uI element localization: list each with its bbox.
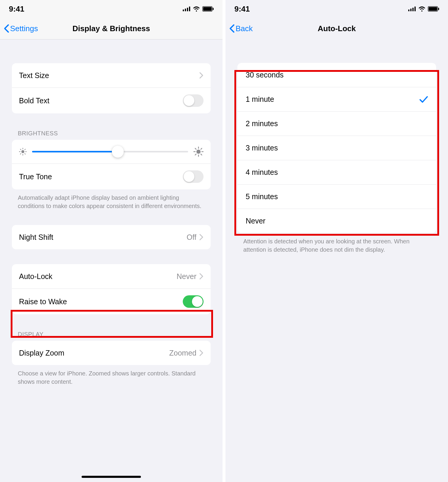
svg-line-14: [20, 153, 21, 154]
option-label: Never: [246, 217, 266, 225]
svg-line-12: [20, 149, 21, 150]
auto-lock-footer: Attention is detected when you are looki…: [243, 237, 430, 254]
svg-line-13: [25, 153, 25, 154]
display-header: DISPLAY: [18, 331, 205, 338]
svg-rect-28: [414, 7, 416, 11]
nav-back-label: Back: [236, 24, 253, 33]
option-label: 4 minutes: [246, 168, 278, 177]
status-indicators: [183, 6, 214, 12]
night-shift-value: Off: [187, 233, 196, 242]
nav-back-button[interactable]: Settings: [3, 18, 38, 39]
auto-lock-option[interactable]: 4 minutes: [237, 160, 436, 184]
nav-bar: Settings Display & Brightness: [0, 18, 223, 39]
display-zoom-footer: Choose a view for iPhone. Zoomed shows l…: [18, 369, 205, 386]
display-zoom-value: Zoomed: [169, 349, 196, 357]
nav-title: Auto-Lock: [318, 24, 356, 33]
brightness-slider-row: [12, 140, 211, 164]
option-label: 30 seconds: [246, 71, 284, 79]
content: 30 seconds1 minute2 minutes3 minutes4 mi…: [225, 63, 448, 266]
status-indicators: [408, 6, 439, 12]
text-size-label: Text Size: [19, 71, 199, 80]
svg-rect-5: [203, 7, 212, 11]
svg-rect-1: [185, 9, 186, 11]
battery-icon: [428, 6, 439, 12]
brightness-group: True Tone: [12, 140, 211, 189]
checkmark-icon: [420, 96, 428, 103]
svg-line-21: [195, 148, 196, 150]
auto-lock-option[interactable]: 2 minutes: [237, 111, 436, 136]
true-tone-toggle[interactable]: [183, 170, 204, 183]
nav-title: Display & Brightness: [72, 24, 150, 33]
home-indicator: [82, 476, 141, 478]
svg-line-24: [201, 148, 202, 150]
chevron-right-icon: [199, 273, 204, 280]
display-zoom-row[interactable]: Display Zoom Zoomed: [12, 341, 211, 365]
true-tone-row: True Tone: [12, 164, 211, 189]
battery-icon: [202, 6, 214, 12]
chevron-right-icon: [199, 234, 204, 240]
night-shift-group: Night Shift Off: [12, 225, 211, 249]
auto-lock-row[interactable]: Auto-Lock Never: [12, 264, 211, 288]
content: Text Size Bold Text BRIGHTNESS: [0, 63, 223, 398]
lock-group: Auto-Lock Never Raise to Wake: [12, 264, 211, 314]
true-tone-footer: Automatically adapt iPhone display based…: [18, 194, 205, 210]
nav-back-button[interactable]: Back: [228, 18, 253, 39]
text-group: Text Size Bold Text: [12, 63, 211, 113]
raise-to-wake-label: Raise to Wake: [19, 297, 183, 306]
svg-rect-27: [412, 8, 414, 11]
svg-point-7: [21, 150, 24, 153]
cellular-icon: [408, 7, 416, 11]
svg-rect-2: [187, 8, 188, 11]
svg-line-22: [201, 154, 202, 155]
text-size-row[interactable]: Text Size: [12, 63, 211, 88]
option-label: 1 minute: [246, 95, 274, 104]
true-tone-label: True Tone: [19, 172, 183, 181]
raise-to-wake-toggle[interactable]: [183, 295, 204, 308]
chevron-left-icon: [3, 24, 10, 33]
status-time: 9:41: [234, 4, 250, 14]
svg-rect-30: [429, 7, 437, 11]
auto-lock-option[interactable]: 5 minutes: [237, 184, 436, 209]
svg-line-23: [195, 154, 196, 155]
auto-lock-label: Auto-Lock: [19, 272, 177, 281]
phone-auto-lock: 9:41 Back Auto-Lock 30 seconds1 minute2 …: [225, 0, 448, 482]
svg-rect-3: [189, 7, 190, 11]
chevron-right-icon: [199, 72, 204, 79]
svg-rect-6: [213, 8, 214, 10]
svg-rect-26: [410, 9, 412, 11]
display-zoom-label: Display Zoom: [19, 349, 169, 357]
auto-lock-options-group: 30 seconds1 minute2 minutes3 minutes4 mi…: [237, 63, 436, 233]
auto-lock-option[interactable]: 1 minute: [237, 87, 436, 111]
auto-lock-option[interactable]: 3 minutes: [237, 136, 436, 160]
svg-rect-25: [408, 9, 409, 11]
night-shift-label: Night Shift: [19, 233, 187, 242]
sun-large-icon: [193, 147, 204, 157]
svg-line-15: [25, 149, 25, 150]
status-time: 9:41: [9, 4, 24, 14]
option-label: 2 minutes: [246, 119, 278, 128]
cellular-icon: [183, 7, 190, 11]
phone-display-brightness: 9:41 Settings Display & Brightness Text …: [0, 0, 223, 482]
auto-lock-option[interactable]: Never: [237, 209, 436, 233]
display-zoom-group: Display Zoom Zoomed: [12, 341, 211, 365]
svg-point-16: [196, 150, 201, 154]
sun-small-icon: [19, 148, 27, 156]
brightness-header: BRIGHTNESS: [18, 130, 205, 137]
raise-to-wake-row: Raise to Wake: [12, 288, 211, 314]
option-label: 3 minutes: [246, 144, 278, 152]
chevron-left-icon: [228, 24, 236, 33]
status-bar: 9:41: [0, 0, 223, 18]
bold-text-row: Bold Text: [12, 88, 211, 113]
night-shift-row[interactable]: Night Shift Off: [12, 225, 211, 249]
option-label: 5 minutes: [246, 192, 278, 201]
brightness-slider[interactable]: [32, 146, 188, 158]
chevron-right-icon: [199, 350, 204, 356]
wifi-icon: [193, 6, 200, 12]
nav-bar: Back Auto-Lock: [225, 18, 448, 39]
bold-text-label: Bold Text: [19, 96, 183, 105]
bold-text-toggle[interactable]: [183, 94, 204, 107]
auto-lock-value: Never: [177, 272, 196, 281]
auto-lock-option[interactable]: 30 seconds: [237, 63, 436, 87]
svg-rect-31: [438, 8, 439, 10]
status-bar: 9:41: [225, 0, 448, 18]
